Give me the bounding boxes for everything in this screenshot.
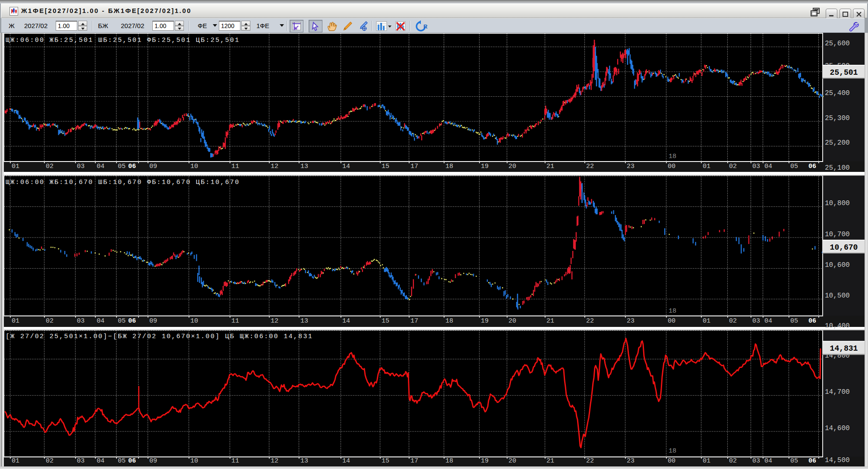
svg-text:09: 09 (149, 163, 157, 170)
svg-text:06: 06 (128, 457, 136, 465)
svg-text:11: 11 (231, 163, 239, 170)
svg-text:00: 00 (668, 317, 675, 325)
svg-text:04: 04 (764, 457, 772, 465)
svg-text:03: 03 (77, 163, 85, 170)
svg-text:15: 15 (382, 163, 389, 170)
svg-text:23: 23 (627, 163, 634, 170)
svg-text:04: 04 (764, 163, 772, 170)
svg-text:10,600: 10,600 (825, 261, 850, 269)
svg-text:11: 11 (231, 317, 239, 325)
svg-text:01: 01 (703, 163, 710, 170)
svg-text:25,200: 25,200 (825, 139, 850, 147)
svg-text:[Ж 27/02 25,501×1.00]−[БЖ 27/0: [Ж 27/02 25,501×1.00]−[БЖ 27/02 10,670×1… (6, 333, 313, 340)
svg-text:03: 03 (77, 317, 85, 325)
svg-text:17: 17 (410, 317, 418, 325)
svg-text:00: 00 (668, 163, 675, 170)
svg-text:10: 10 (190, 317, 198, 325)
svg-text:05: 05 (790, 457, 798, 465)
svg-text:01: 01 (703, 457, 710, 465)
svg-text:18: 18 (445, 317, 453, 325)
svg-text:22: 22 (586, 457, 594, 465)
svg-text:02: 02 (729, 457, 737, 465)
svg-text:18: 18 (669, 153, 676, 160)
svg-text:03: 03 (77, 457, 85, 465)
svg-text:17: 17 (410, 163, 418, 170)
svg-text:10,500: 10,500 (825, 292, 850, 300)
svg-text:04: 04 (764, 317, 772, 325)
svg-text:01: 01 (12, 163, 19, 170)
svg-text:25,600: 25,600 (825, 40, 850, 48)
svg-text:20: 20 (508, 317, 516, 325)
svg-text:10,400: 10,400 (825, 322, 850, 330)
svg-text:06: 06 (128, 163, 136, 170)
svg-text:06: 06 (128, 317, 136, 325)
svg-text:18: 18 (669, 447, 676, 455)
svg-text:14,831: 14,831 (830, 344, 858, 353)
svg-text:00: 00 (668, 457, 675, 465)
svg-text:25,100: 25,100 (825, 164, 850, 172)
svg-text:ЩЖ:06:00 ЖБ:10,670 ШБ:10,670 Ф: ЩЖ:06:00 ЖБ:10,670 ШБ:10,670 ФБ:10,670 Ц… (6, 179, 240, 186)
svg-text:14,500: 14,500 (825, 456, 850, 464)
svg-text:02: 02 (729, 163, 737, 170)
svg-text:25,501: 25,501 (830, 68, 858, 77)
svg-text:05: 05 (118, 457, 126, 465)
svg-text:ЩЖ:06:00 ЖБ:25,501 ШБ:25,501 Ф: ЩЖ:06:00 ЖБ:25,501 ШБ:25,501 ФБ:25,501 Ц… (6, 37, 240, 44)
svg-text:21: 21 (546, 317, 554, 325)
svg-text:04: 04 (97, 457, 104, 465)
svg-text:03: 03 (752, 163, 760, 170)
svg-text:03: 03 (752, 457, 760, 465)
svg-text:14: 14 (342, 457, 350, 465)
svg-text:23: 23 (627, 317, 634, 325)
svg-text:13: 13 (300, 317, 308, 325)
svg-text:12: 12 (271, 163, 278, 170)
svg-text:15: 15 (382, 457, 389, 465)
svg-text:22: 22 (586, 163, 594, 170)
svg-text:12: 12 (271, 457, 278, 465)
svg-text:12: 12 (271, 317, 278, 325)
svg-text:13: 13 (300, 457, 308, 465)
svg-text:19: 19 (481, 317, 489, 325)
svg-text:06: 06 (808, 317, 816, 325)
svg-text:04: 04 (97, 163, 104, 170)
svg-text:01: 01 (12, 317, 19, 325)
svg-text:14: 14 (342, 317, 350, 325)
svg-text:23: 23 (627, 457, 634, 465)
svg-text:10: 10 (190, 163, 198, 170)
svg-text:02: 02 (729, 317, 737, 325)
svg-text:06: 06 (808, 163, 816, 170)
svg-text:20: 20 (508, 163, 516, 170)
svg-text:09: 09 (149, 317, 157, 325)
svg-text:05: 05 (790, 317, 798, 325)
svg-text:18: 18 (445, 457, 453, 465)
svg-text:01: 01 (12, 457, 19, 465)
svg-text:11: 11 (231, 457, 239, 465)
svg-text:06: 06 (808, 457, 816, 465)
svg-text:17: 17 (410, 457, 418, 465)
svg-text:04: 04 (97, 317, 104, 325)
svg-text:10,670: 10,670 (830, 243, 858, 252)
svg-text:01: 01 (703, 317, 710, 325)
svg-text:15: 15 (382, 317, 389, 325)
svg-text:18: 18 (445, 163, 453, 170)
svg-text:03: 03 (752, 317, 760, 325)
svg-text:19: 19 (481, 163, 489, 170)
svg-text:02: 02 (46, 163, 54, 170)
svg-text:14: 14 (342, 163, 350, 170)
svg-text:05: 05 (118, 317, 126, 325)
svg-text:05: 05 (790, 163, 798, 170)
svg-text:18: 18 (669, 307, 676, 315)
svg-text:21: 21 (546, 457, 554, 465)
svg-text:10,700: 10,700 (825, 231, 850, 238)
svg-text:10,800: 10,800 (825, 200, 850, 207)
svg-text:13: 13 (300, 163, 308, 170)
svg-text:19: 19 (481, 457, 489, 465)
svg-text:R: R (423, 23, 428, 30)
svg-text:02: 02 (46, 317, 54, 325)
svg-text:14,600: 14,600 (825, 425, 850, 432)
svg-text:20: 20 (508, 457, 516, 465)
svg-text:02: 02 (46, 457, 54, 465)
svg-text:10: 10 (190, 457, 198, 465)
svg-text:22: 22 (586, 317, 594, 325)
svg-text:14,700: 14,700 (825, 388, 850, 396)
svg-text:21: 21 (546, 163, 554, 170)
